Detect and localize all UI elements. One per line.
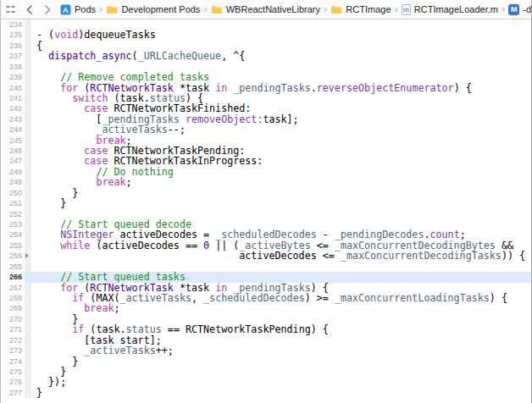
breadcrumb-item-rctimage[interactable]: RCTImage <box>330 4 391 14</box>
code-fold-ribbon[interactable] <box>25 124 31 135</box>
code-line-text[interactable]: activeDecodes <= _maxConcurrentDecodingT… <box>31 251 531 261</box>
code-fold-ribbon[interactable] <box>25 293 31 303</box>
code-fold-ribbon[interactable] <box>25 41 31 51</box>
line-number[interactable]: 253 <box>1 219 25 229</box>
code-fold-ribbon[interactable] <box>25 209 31 219</box>
code-fold-ribbon[interactable] <box>25 356 31 367</box>
code-line-text[interactable]: dispatch_async(_URLCacheQueue, ^{ <box>31 51 531 61</box>
breadcrumb-item-rctimageloader-m[interactable]: mRCTImageLoader.m <box>402 4 498 15</box>
code-line-text[interactable]: } <box>31 188 531 198</box>
code-fold-ribbon[interactable] <box>25 30 31 40</box>
related-items-icon[interactable] <box>6 5 15 14</box>
line-number[interactable]: 268 <box>1 293 25 303</box>
line-number[interactable]: 274 <box>1 356 25 367</box>
line-number[interactable]: 245 <box>1 135 25 146</box>
code-line-text[interactable]: _activeTasks++; <box>31 345 531 356</box>
code-fold-ribbon[interactable] <box>25 345 31 356</box>
code-line-text[interactable]: } <box>31 367 531 377</box>
code-line-text[interactable]: - (void)dequeueTasks <box>31 30 531 40</box>
line-number[interactable]: 266 <box>1 272 25 282</box>
code-fold-ribbon[interactable] <box>25 19 31 30</box>
line-number[interactable]: 240 <box>1 83 25 93</box>
line-number[interactable]: 269 <box>1 303 25 313</box>
line-number[interactable]: 267 <box>1 283 25 293</box>
code-line-text[interactable]: }); <box>31 377 531 387</box>
line-number[interactable]: 256 <box>1 251 25 261</box>
line-number[interactable]: 235 <box>1 30 25 40</box>
code-token: _URLCacheQueue <box>138 50 222 62</box>
code-fold-ribbon[interactable] <box>25 72 31 82</box>
line-number[interactable]: 239 <box>1 72 25 82</box>
code-fold-ribbon[interactable] <box>25 262 31 272</box>
code-line-text[interactable]: } <box>31 356 531 367</box>
line-number[interactable]: 237 <box>1 51 25 61</box>
code-fold-ribbon[interactable] <box>25 335 31 345</box>
code-fold-ribbon[interactable] <box>25 324 31 334</box>
line-number[interactable]: 246 <box>1 146 25 156</box>
line-number[interactable]: 277 <box>1 388 25 398</box>
code-fold-ribbon[interactable] <box>25 93 31 103</box>
code-fold-ribbon[interactable] <box>25 177 31 187</box>
line-number[interactable]: 244 <box>1 124 25 135</box>
line-number[interactable]: 251 <box>1 198 25 208</box>
code-line-text[interactable]: } <box>31 198 531 208</box>
code-token: reverseObjectEnumerator <box>317 82 454 94</box>
code-fold-ribbon[interactable] <box>25 229 31 240</box>
code-line-text[interactable]: } <box>31 388 531 398</box>
code-line-text[interactable]: break; <box>31 303 531 313</box>
code-fold-ribbon[interactable] <box>25 388 31 398</box>
code-fold-ribbon[interactable] <box>25 198 31 208</box>
code-fold-ribbon[interactable] <box>25 251 31 261</box>
line-number[interactable]: 273 <box>1 345 25 356</box>
code-fold-ribbon[interactable] <box>25 377 31 387</box>
line-number[interactable]: 276 <box>1 377 25 387</box>
code-fold-ribbon[interactable] <box>25 103 31 113</box>
code-fold-ribbon[interactable] <box>25 146 31 156</box>
line-number[interactable]: 243 <box>1 114 25 124</box>
code-fold-ribbon[interactable] <box>25 135 31 146</box>
line-number[interactable]: 249 <box>1 177 25 187</box>
code-token: , <box>191 292 203 304</box>
line-number[interactable]: 234 <box>1 19 25 30</box>
breadcrumb-item-dequeuetasks[interactable]: M-dequeueTasks <box>508 4 531 15</box>
line-number[interactable]: 265 <box>1 262 25 272</box>
forward-chevron-icon[interactable] <box>42 5 54 14</box>
code-fold-ribbon[interactable] <box>25 188 31 198</box>
code-fold-ribbon[interactable] <box>25 283 31 293</box>
breadcrumb-item-pods[interactable]: Pods <box>60 4 96 15</box>
line-number[interactable]: 272 <box>1 335 25 345</box>
line-number[interactable]: 247 <box>1 156 25 166</box>
fold-disclosure-icon[interactable] <box>25 253 29 258</box>
code-fold-ribbon[interactable] <box>25 114 31 124</box>
breadcrumb-item-development-pods[interactable]: Development Pods <box>106 4 200 14</box>
code-fold-ribbon[interactable] <box>25 314 31 324</box>
line-number[interactable]: 254 <box>1 229 25 240</box>
code-fold-ribbon[interactable] <box>25 83 31 93</box>
back-chevron-icon[interactable] <box>23 5 36 14</box>
line-number[interactable]: 270 <box>1 314 25 324</box>
line-number[interactable]: 241 <box>1 93 25 103</box>
code-fold-ribbon[interactable] <box>25 272 31 282</box>
line-number[interactable]: 248 <box>1 167 25 177</box>
breadcrumb-item-wbreactnativelibrary[interactable]: WBReactNativeLibrary <box>211 4 320 14</box>
line-number[interactable]: 252 <box>1 209 25 219</box>
code-fold-ribbon[interactable] <box>25 62 31 72</box>
code-fold-ribbon[interactable] <box>25 219 31 229</box>
code-line-text[interactable]: break; <box>31 177 531 187</box>
code-token: )) { <box>502 250 531 262</box>
folder-icon <box>211 5 223 14</box>
line-number[interactable]: 242 <box>1 103 25 113</box>
code-fold-ribbon[interactable] <box>25 156 31 166</box>
code-fold-ribbon[interactable] <box>25 303 31 313</box>
code-fold-ribbon[interactable] <box>25 51 31 61</box>
line-number[interactable]: 236 <box>1 41 25 51</box>
code-fold-ribbon[interactable] <box>25 240 31 251</box>
line-number[interactable]: 275 <box>1 367 25 377</box>
line-number[interactable]: 255 <box>1 240 25 251</box>
code-fold-ribbon[interactable] <box>25 167 31 177</box>
code-editor[interactable]: 234235- (void)dequeueTasks236{237 dispat… <box>1 19 531 403</box>
line-number[interactable]: 271 <box>1 324 25 334</box>
line-number[interactable]: 250 <box>1 188 25 198</box>
line-number[interactable]: 238 <box>1 62 25 72</box>
code-fold-ribbon[interactable] <box>25 367 31 377</box>
